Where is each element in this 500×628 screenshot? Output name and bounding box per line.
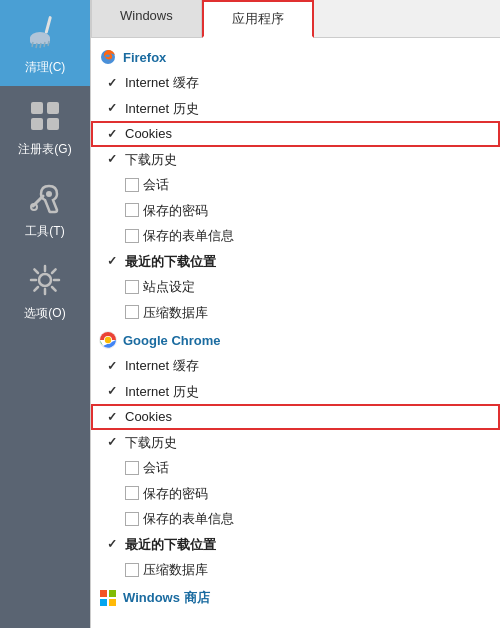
svg-rect-19 <box>100 590 107 597</box>
firefox-section: Firefox ✓ Internet 缓存 ✓ Internet 历史 ✓ Co… <box>91 44 500 325</box>
sidebar-item-clean-label: 清理(C) <box>25 59 66 76</box>
sidebar-item-registry[interactable]: 注册表(G) <box>0 86 90 168</box>
firefox-icon <box>99 48 117 66</box>
item-text: 最近的下载位置 <box>125 252 490 272</box>
checkbox[interactable] <box>125 563 139 577</box>
list-item[interactable]: 保存的表单信息 <box>91 223 500 249</box>
list-item[interactable]: 保存的表单信息 <box>91 506 500 532</box>
list-item[interactable]: 站点设定 <box>91 274 500 300</box>
svg-rect-9 <box>47 102 59 114</box>
svg-rect-0 <box>44 16 52 34</box>
main-content: Windows 应用程序 Firefox ✓ Internet 缓存 <box>90 0 500 628</box>
svg-line-6 <box>44 42 45 47</box>
registry-icon <box>29 100 61 137</box>
item-text: Internet 历史 <box>125 99 490 119</box>
list-item[interactable]: 压缩数据库 <box>91 557 500 583</box>
firefox-name: Firefox <box>123 50 166 65</box>
item-text: 最近的下载位置 <box>125 535 490 555</box>
tab-windows[interactable]: Windows <box>91 0 202 37</box>
app-list[interactable]: Firefox ✓ Internet 缓存 ✓ Internet 历史 ✓ Co… <box>91 38 500 628</box>
svg-rect-20 <box>109 590 116 597</box>
check-icon: ✓ <box>107 433 125 451</box>
item-text: 保存的表单信息 <box>143 226 490 246</box>
item-text: 保存的表单信息 <box>143 509 490 529</box>
check-icon: ✓ <box>107 99 125 117</box>
checkbox[interactable] <box>125 229 139 243</box>
item-text: 压缩数据库 <box>143 560 490 580</box>
svg-rect-8 <box>31 102 43 114</box>
list-item[interactable]: ✓ 下载历史 <box>91 147 500 173</box>
checkbox[interactable] <box>125 461 139 475</box>
list-item[interactable]: ✓ 下载历史 <box>91 430 500 456</box>
uncheck-space <box>107 278 125 296</box>
list-item[interactable]: ✓ Internet 历史 <box>91 96 500 122</box>
check-icon: ✓ <box>107 252 125 270</box>
checkbox[interactable] <box>125 486 139 500</box>
checkbox[interactable] <box>125 280 139 294</box>
windows-store-section: Windows 商店 <box>91 585 500 611</box>
uncheck-space <box>107 303 125 321</box>
list-item-cookies-chrome[interactable]: ✓ Cookies <box>91 404 500 430</box>
item-text: 会话 <box>143 458 490 478</box>
svg-point-18 <box>105 337 111 343</box>
item-text: 站点设定 <box>143 277 490 297</box>
check-icon: ✓ <box>107 382 125 400</box>
svg-rect-11 <box>47 118 59 130</box>
check-icon: ✓ <box>107 357 125 375</box>
list-item-cookies-firefox[interactable]: ✓ Cookies <box>91 121 500 147</box>
item-text: 会话 <box>143 175 490 195</box>
list-item[interactable]: ✓ 最近的下载位置 <box>91 249 500 275</box>
sidebar-item-options-label: 选项(O) <box>24 305 65 322</box>
check-icon: ✓ <box>107 150 125 168</box>
windows-store-header: Windows 商店 <box>91 585 500 611</box>
chrome-section: Google Chrome ✓ Internet 缓存 ✓ Internet 历… <box>91 327 500 583</box>
checkbox[interactable] <box>125 178 139 192</box>
uncheck-space <box>107 510 125 528</box>
list-item[interactable]: ✓ Internet 缓存 <box>91 353 500 379</box>
uncheck-space <box>107 561 125 579</box>
chrome-icon <box>99 331 117 349</box>
sidebar: 清理(C) 注册表(G) 工具(T) <box>0 0 90 628</box>
sidebar-item-clean[interactable]: 清理(C) <box>0 0 90 86</box>
item-text: 保存的密码 <box>143 484 490 504</box>
svg-point-12 <box>46 191 52 197</box>
windows-icon <box>99 589 117 607</box>
svg-line-5 <box>40 43 41 48</box>
list-item[interactable]: ✓ 最近的下载位置 <box>91 532 500 558</box>
checkbox[interactable] <box>125 203 139 217</box>
item-text: 保存的密码 <box>143 201 490 221</box>
tab-bar: Windows 应用程序 <box>91 0 500 38</box>
item-text: Cookies <box>125 407 490 427</box>
svg-line-7 <box>48 41 49 46</box>
sidebar-item-registry-label: 注册表(G) <box>18 141 71 158</box>
item-text: 压缩数据库 <box>143 303 490 323</box>
list-item[interactable]: 压缩数据库 <box>91 300 500 326</box>
uncheck-space <box>107 459 125 477</box>
check-icon: ✓ <box>107 535 125 553</box>
list-item[interactable]: 会话 <box>91 172 500 198</box>
tools-icon <box>29 182 61 219</box>
checkbox[interactable] <box>125 305 139 319</box>
chrome-header: Google Chrome <box>91 327 500 353</box>
svg-rect-10 <box>31 118 43 130</box>
check-icon: ✓ <box>107 125 125 143</box>
item-text: Internet 历史 <box>125 382 490 402</box>
item-text: 下载历史 <box>125 150 490 170</box>
sidebar-item-options[interactable]: 选项(O) <box>0 250 90 332</box>
list-item[interactable]: 会话 <box>91 455 500 481</box>
firefox-header: Firefox <box>91 44 500 70</box>
sidebar-item-tools[interactable]: 工具(T) <box>0 168 90 250</box>
checkbox[interactable] <box>125 512 139 526</box>
list-item[interactable]: 保存的密码 <box>91 481 500 507</box>
list-item[interactable]: ✓ Internet 历史 <box>91 379 500 405</box>
check-icon: ✓ <box>107 408 125 426</box>
svg-point-14 <box>39 274 51 286</box>
tab-apps[interactable]: 应用程序 <box>202 0 314 38</box>
svg-line-4 <box>36 43 37 48</box>
list-item[interactable]: 保存的密码 <box>91 198 500 224</box>
item-text: Internet 缓存 <box>125 356 490 376</box>
item-text: Internet 缓存 <box>125 73 490 93</box>
svg-rect-21 <box>100 599 107 606</box>
list-item[interactable]: ✓ Internet 缓存 <box>91 70 500 96</box>
uncheck-space <box>107 484 125 502</box>
